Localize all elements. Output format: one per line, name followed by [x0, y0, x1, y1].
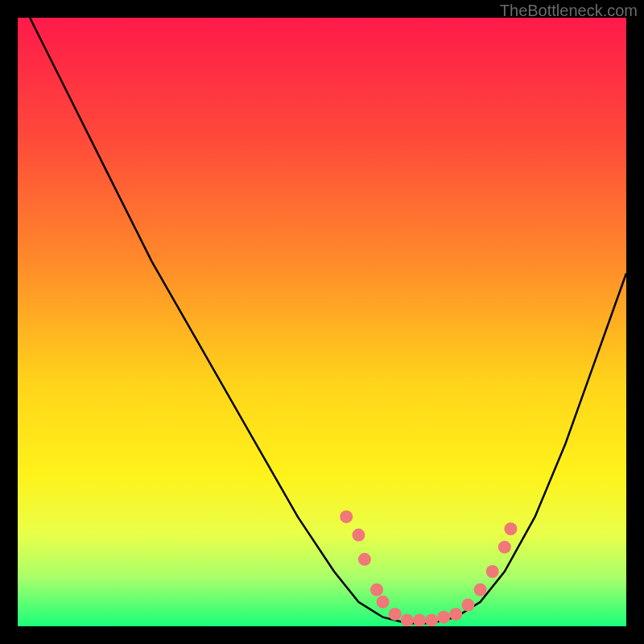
data-marker [370, 584, 383, 597]
data-marker [413, 613, 426, 626]
chart-area [18, 18, 626, 626]
data-marker [449, 608, 462, 621]
bottleneck-curve-chart [18, 18, 626, 626]
data-marker [486, 565, 499, 578]
data-marker [358, 553, 371, 566]
data-marker [425, 613, 438, 626]
data-marker [504, 522, 517, 535]
data-marker [377, 596, 390, 609]
data-marker [474, 584, 487, 597]
data-marker [461, 599, 474, 612]
data-marker [340, 510, 353, 523]
data-marker [401, 613, 414, 626]
data-marker [498, 541, 511, 554]
data-marker [437, 611, 450, 624]
data-marker [389, 608, 402, 621]
watermark-text: TheBottleneck.com [500, 2, 638, 20]
data-marker [352, 529, 365, 542]
chart-background [18, 18, 626, 626]
